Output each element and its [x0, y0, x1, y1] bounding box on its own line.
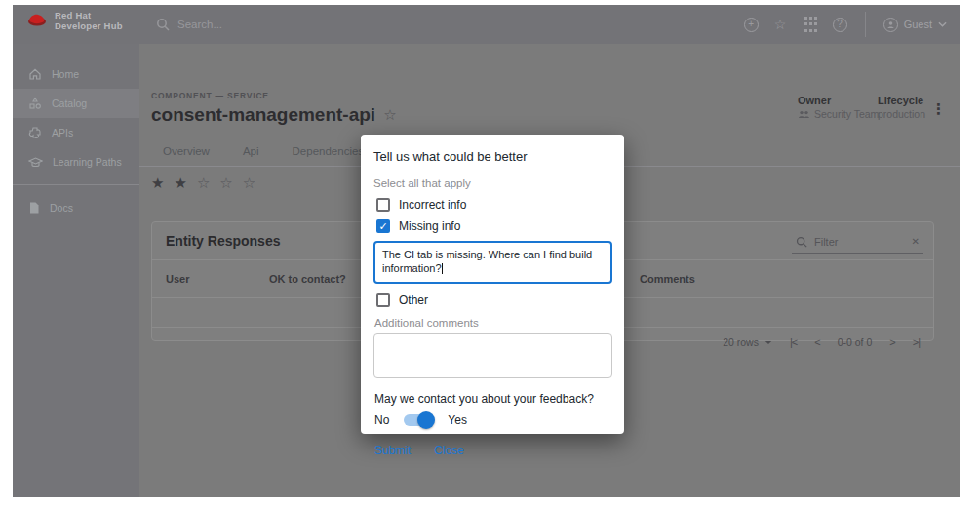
rating-star-empty[interactable]: ☆ [219, 175, 232, 192]
toggle-knob [417, 411, 435, 429]
toggle-yes-label: Yes [448, 413, 467, 427]
filter-clear-icon[interactable]: ✕ [912, 236, 920, 247]
home-icon [28, 67, 42, 81]
sidebar-item-label: APIs [52, 127, 73, 138]
next-page-button[interactable]: > [889, 336, 894, 348]
column-ok-to-contact[interactable]: OK to contact? [269, 273, 357, 286]
catalog-icon [28, 97, 42, 110]
create-icon[interactable]: + [744, 18, 759, 32]
option-label: Missing info [399, 219, 460, 233]
checkbox-checked[interactable]: ✓ [376, 219, 390, 233]
option-missing-info[interactable]: ✓ Missing info [376, 219, 608, 233]
submit-button[interactable]: Submit [374, 444, 411, 457]
lifecycle-label: Lifecycle [878, 95, 925, 106]
rating-star-filled[interactable]: ★ [174, 175, 186, 192]
favorites-star-icon[interactable]: ☆ [772, 17, 789, 33]
sidebar-item-apis[interactable]: APIs [13, 118, 139, 147]
sidebar-item-label: Learning Paths [53, 156, 122, 168]
favorite-entity-star-icon[interactable]: ☆ [383, 106, 396, 124]
sidebar: Home Catalog APIs Learning Paths Docs [13, 44, 139, 497]
owner-value-row[interactable]: Security Team [798, 108, 879, 120]
page: Red Hat Developer Hub Search... + ☆ ? [0, 0, 980, 508]
chevron-down-icon [938, 21, 947, 27]
sidebar-item-learning-paths[interactable]: Learning Paths [13, 147, 139, 176]
sidebar-item-catalog[interactable]: Catalog [13, 89, 139, 118]
contact-toggle-row: No Yes [374, 413, 611, 427]
first-page-button[interactable]: |< [790, 336, 797, 348]
apps-grid-icon[interactable] [803, 17, 819, 33]
column-user[interactable]: User [152, 273, 269, 285]
search-placeholder: Search... [177, 19, 222, 30]
sidebar-item-home[interactable]: Home [13, 59, 139, 89]
page-title-row: consent-management-api ☆ [151, 104, 397, 126]
docs-icon [28, 201, 40, 215]
sidebar-item-docs[interactable]: Docs [13, 193, 139, 222]
rows-dropdown-caret-icon [764, 340, 772, 345]
text-caret [442, 263, 443, 274]
avatar-icon [883, 18, 898, 32]
owner-value: Security Team [814, 108, 879, 120]
filter-placeholder: Filter [814, 236, 838, 248]
sidebar-item-label: Home [52, 68, 79, 80]
close-button[interactable]: Close [434, 444, 464, 457]
user-menu[interactable]: Guest [883, 18, 947, 32]
toggle-no-label: No [374, 413, 389, 427]
filter-search-icon [796, 236, 807, 248]
help-icon[interactable]: ? [833, 18, 847, 32]
learning-paths-icon [28, 156, 43, 169]
search-icon [156, 18, 170, 31]
page-title: consent-management-api [151, 104, 375, 126]
global-search-input[interactable]: Search... [156, 5, 222, 44]
prev-page-button[interactable]: < [814, 336, 819, 348]
rows-per-page-value: 20 rows [723, 336, 759, 348]
navbar-actions: + ☆ ? Guest [744, 5, 947, 44]
feedback-textarea[interactable]: The CI tab is missing. Where can I find … [373, 241, 612, 284]
rating-star-empty[interactable]: ☆ [243, 175, 255, 192]
checkbox-unchecked[interactable] [376, 293, 390, 307]
option-other[interactable]: Other [376, 293, 608, 307]
feedback-text: The CI tab is missing. Where can I find … [382, 249, 592, 274]
rating-star-empty[interactable]: ☆ [197, 175, 210, 192]
rows-per-page-select[interactable]: 20 rows [723, 336, 772, 348]
breadcrumb: COMPONENT — SERVICE [151, 91, 269, 100]
option-label: Other [399, 293, 428, 307]
group-icon [798, 110, 810, 119]
card-title: Entity Responses [166, 233, 280, 249]
redhat-hat-icon [26, 13, 48, 28]
last-page-button[interactable]: >| [913, 336, 920, 348]
owner-block: Owner Security Team [798, 95, 879, 120]
feedback-dialog: Tell us what could be better Select all … [361, 135, 624, 434]
apis-icon [28, 126, 42, 139]
dialog-title: Tell us what could be better [373, 149, 611, 164]
tab-overview[interactable]: Overview [159, 145, 214, 166]
column-comments[interactable]: Comments [640, 273, 695, 285]
dialog-actions: Submit Close [374, 444, 611, 457]
redhat-logo[interactable]: Red Hat Developer Hub [26, 10, 123, 31]
filter-input[interactable]: Filter ✕ [792, 230, 923, 254]
tab-dependencies[interactable]: Dependencies [289, 145, 369, 166]
contact-toggle-switch[interactable] [404, 414, 433, 426]
dialog-subtitle: Select all that apply [373, 177, 611, 189]
contact-question: May we contact you about your feedback? [374, 392, 611, 406]
top-navbar: Red Hat Developer Hub Search... + ☆ ? [13, 5, 960, 44]
checkbox-unchecked[interactable] [376, 198, 390, 212]
navbar-divider [865, 12, 866, 37]
owner-label: Owner [798, 95, 879, 106]
logo-line1: Red Hat [55, 10, 123, 20]
pagination-range: 0-0 of 0 [838, 336, 873, 348]
tab-api[interactable]: Api [239, 145, 263, 166]
additional-comments-textarea[interactable] [373, 333, 612, 378]
sidebar-divider [13, 184, 139, 185]
additional-comments-label: Additional comments [374, 317, 611, 329]
logo-line2: Developer Hub [55, 20, 123, 31]
star-rating: ★ ★ ☆ ☆ ☆ [151, 175, 255, 192]
sidebar-item-label: Catalog [52, 98, 87, 109]
lifecycle-block: Lifecycle production [878, 95, 925, 120]
user-name: Guest [904, 19, 932, 30]
kebab-menu-icon[interactable]: ⋮ [931, 100, 946, 118]
logo-text: Red Hat Developer Hub [55, 10, 123, 31]
option-label: Incorrect info [399, 198, 466, 212]
option-incorrect-info[interactable]: Incorrect info [376, 198, 608, 212]
lifecycle-value: production [878, 108, 925, 120]
rating-star-filled[interactable]: ★ [151, 175, 164, 192]
